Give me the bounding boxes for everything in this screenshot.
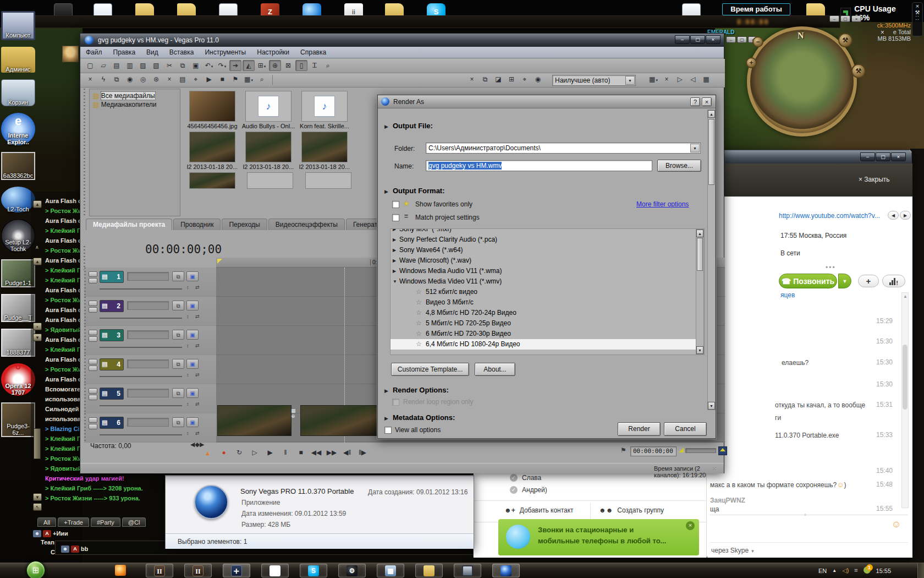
chat-channel-icon[interactable]: A: [43, 530, 51, 537]
go-to-start-button[interactable]: ◀◀: [309, 448, 323, 459]
taskbar-lineage2-b[interactable]: II: [184, 564, 212, 577]
desktop-icon[interactable]: e Interne Explor..: [1, 113, 35, 145]
desktop-icon[interactable]: Корзин: [1, 79, 35, 106]
dock-tab[interactable]: Видеоспецэффекты: [268, 219, 345, 230]
track-maximize-button[interactable]: [89, 424, 97, 429]
divider-handle-icon[interactable]: ∘: [804, 511, 807, 517]
section-arrow-icon[interactable]: ▶: [384, 189, 388, 194]
chat-scrollbar-thumb[interactable]: [903, 345, 908, 410]
format-list-item[interactable]: Windows Media Video V11 (*.wmv): [391, 276, 696, 287]
game-chat-tab[interactable]: #Party: [91, 517, 120, 527]
taskbar-display[interactable]: [454, 564, 481, 577]
get-media-web-icon[interactable]: ⊛: [150, 74, 162, 85]
track-composite-icon[interactable]: ⧉: [172, 417, 184, 427]
desktop-icon[interactable]: Компьют: [1, 11, 35, 40]
uptime-widget[interactable]: Время работы: [722, 3, 790, 15]
minimize-icon[interactable]: –: [675, 35, 690, 44]
game-chat-tab[interactable]: @Cl: [122, 517, 146, 527]
section-arrow-icon[interactable]: ▶: [384, 388, 388, 394]
create-group-button[interactable]: ☻☻ Создать группу: [599, 506, 664, 514]
track-header[interactable]: 3 ⧉ ▣ ↕ ⇄: [84, 326, 216, 355]
chat-input-text[interactable]: +Иии: [53, 528, 68, 538]
clip-icons[interactable]: ▦⊕: [291, 408, 300, 419]
dialog-titlebar[interactable]: Render As ? ×: [378, 95, 716, 108]
track-maximize-button[interactable]: [89, 278, 97, 283]
format-list-item[interactable]: Windows Media Audio V11 (*.wma): [391, 266, 696, 276]
track-expand-icon[interactable]: ↕: [186, 401, 189, 407]
cursor-timecode-box[interactable]: 00:00:00;00: [630, 446, 676, 456]
taskbar-lineage2-a[interactable]: II: [146, 564, 173, 577]
safe-areas-icon[interactable]: ⌖: [519, 74, 531, 85]
taskbar-calculator[interactable]: ▦: [377, 564, 404, 577]
track-name-field[interactable]: [127, 301, 169, 310]
minimize-icon[interactable]: –: [860, 152, 875, 161]
edge-close-icon[interactable]: ×: [912, 3, 922, 9]
skype-promo-banner[interactable]: Звонки на стационарные и мобильные телеф…: [498, 519, 699, 555]
browse-button[interactable]: Browse...: [657, 160, 701, 172]
format-list-item[interactable]: 512 кбит/с видео: [391, 287, 696, 297]
call-options-dropdown[interactable]: ▼: [838, 274, 851, 288]
preview-close-icon[interactable]: ×: [466, 74, 478, 85]
preview-stop-icon[interactable]: ■: [216, 74, 228, 85]
help-button[interactable]: ?: [690, 97, 700, 106]
media-thumbnail[interactable]: l2 2013-01-18 20...: [241, 129, 296, 170]
track-expand-icon[interactable]: ↕: [186, 430, 189, 436]
taskbar-vegas[interactable]: [492, 564, 520, 577]
track-composite-icon[interactable]: ⧉: [172, 330, 184, 340]
close-icon[interactable]: ×: [706, 35, 721, 44]
menu-item[interactable]: Правка: [108, 47, 141, 56]
close-button[interactable]: ×: [702, 97, 712, 106]
close-icon[interactable]: ×: [891, 152, 906, 161]
track-minimize-button[interactable]: [89, 301, 97, 306]
previous-frame-button[interactable]: ◀‖: [340, 448, 354, 459]
dock-tab[interactable]: Переходы: [222, 219, 267, 230]
undo-icon[interactable]: ↶: [203, 61, 215, 72]
skype-tray-icon[interactable]: 1: [864, 566, 871, 575]
track-maximize-button[interactable]: [89, 366, 97, 371]
desktop-icon[interactable]: O Opera 12 1707: [1, 363, 35, 396]
track-expand-icon[interactable]: ↕: [186, 343, 189, 348]
zoom-tool-icon[interactable]: ⌕: [322, 61, 334, 72]
play-from-start-button[interactable]: ▷: [248, 448, 262, 459]
nav-back-button[interactable]: ◀: [888, 211, 899, 220]
menu-item[interactable]: Настройки: [251, 47, 295, 56]
media-thumbnail-partial[interactable]: [243, 170, 298, 190]
track-header[interactable]: 1 ⧉ ▣ ↕ ⇄: [84, 268, 216, 297]
snapshot-icon[interactable]: ◉: [532, 74, 544, 85]
desktop-icon[interactable]: Админис: [1, 47, 35, 73]
lock-envelopes-icon[interactable]: ⊠: [282, 61, 294, 72]
contact-list-item[interactable]: ✓ Андрей): [510, 484, 547, 496]
wrench-icon[interactable]: ⚒: [912, 9, 922, 15]
record-button[interactable]: ●: [217, 448, 231, 459]
format-list-item[interactable]: Sony Perfect Clarity Audio (*.pca): [391, 235, 696, 245]
minimize-icon[interactable]: –: [726, 36, 736, 43]
track-composite-icon[interactable]: ⧉: [172, 359, 184, 369]
contact-list-item[interactable]: ✓ Слава: [510, 472, 547, 484]
preview-play-icon[interactable]: ▶: [203, 74, 215, 85]
scroll-up-icon[interactable]: ▲: [696, 230, 703, 237]
chat-scroll-up-button[interactable]: ▲: [33, 200, 42, 208]
track-header[interactable]: 5 ⧉ ▣ ↕ ⇄: [84, 384, 216, 413]
chat-scroll-up2-button[interactable]: ▲: [33, 258, 42, 265]
match-project-checkbox[interactable]: [392, 214, 399, 221]
track-composite-icon[interactable]: ⧉: [172, 388, 184, 398]
chat-portrait-icon[interactable]: ☻: [61, 546, 69, 553]
show-favorites-checkbox[interactable]: [392, 201, 399, 208]
track-minimize-button[interactable]: [89, 359, 97, 364]
emoticon-button[interactable]: ☺: [892, 519, 901, 530]
desktop-icon[interactable]: 6a38362bc: [1, 152, 35, 180]
media-thumbnail[interactable]: Audio Bullys - Onl...: [241, 89, 296, 129]
maximize-icon[interactable]: ▢: [876, 152, 890, 161]
minimap-action-button-1[interactable]: ⚒: [838, 33, 853, 47]
media-properties-icon[interactable]: ▤: [177, 74, 189, 85]
customize-template-button[interactable]: Customize Template...: [391, 363, 469, 376]
chat-input2-text[interactable]: bb: [81, 544, 88, 554]
mixer-audio-icon[interactable]: ◁: [687, 74, 699, 85]
mixer-grid-icon[interactable]: ▦: [700, 74, 712, 85]
desktop-icon[interactable]: Pudge1-1: [1, 259, 35, 287]
marker-flag-icon[interactable]: ⚑: [620, 446, 626, 454]
taskbar-skype[interactable]: S: [300, 564, 327, 577]
stop-button[interactable]: ■: [294, 448, 308, 459]
next-frame-button[interactable]: ‖▶: [355, 448, 370, 459]
envelope-edit-tool-icon[interactable]: ◭: [243, 60, 255, 71]
